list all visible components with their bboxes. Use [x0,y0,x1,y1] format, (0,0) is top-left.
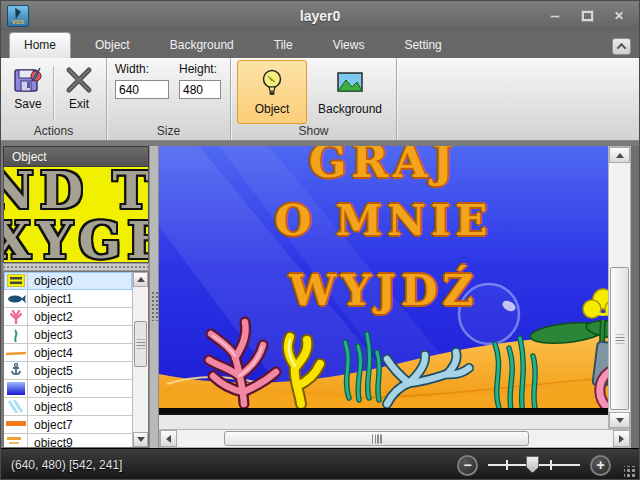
minimize-button[interactable] [547,9,563,23]
thumb-grip-icon [136,340,145,349]
window-resize-grip-icon[interactable] [624,466,636,478]
maximize-button[interactable] [579,9,595,23]
level-canvas[interactable]: GRAJ O MNIE WYJDŹ [159,146,608,413]
tab-setting[interactable]: Setting [388,33,457,58]
list-item-object5[interactable]: object5 [4,362,132,380]
ribbon-group-actions: Save Exit Actions [1,58,107,140]
object-label: object9 [28,436,73,448]
object-list-scrollbar[interactable] [132,272,148,447]
tab-background[interactable]: Background [154,33,250,58]
list-item-object4[interactable]: object4 [4,344,132,362]
list-item-object0[interactable]: object0 [4,272,132,290]
titlebar: VGS layer0 ✕ [1,1,639,31]
save-button[interactable]: Save [7,62,49,111]
app-window: VGS layer0 ✕ Home Object Background Tile… [0,0,640,480]
menu-item-o-mnie: O MNIE [159,196,608,245]
main-area: Object ND TE XYGE object0 object1 [1,141,639,448]
tab-views[interactable]: Views [317,33,381,58]
thumb-grip-icon [371,434,382,443]
list-item-object8[interactable]: object8 [4,398,132,416]
orange-band-thumbnail-icon [4,416,28,433]
zoom-slider[interactable] [488,455,580,475]
scroll-right-button[interactable] [613,430,630,447]
save-label: Save [14,97,41,111]
cursor-coordinates: (640, 480) [542, 241] [11,458,122,472]
ribbon: Save Exit Actions Width: [1,58,639,141]
minimize-icon [550,15,560,18]
seaweed-thumbnail-icon [4,326,28,343]
height-label: Height: [179,62,221,76]
pink-coral-thumbnail-icon [4,308,28,325]
menu-item-graj: GRAJ [159,146,608,187]
scroll-down-button[interactable] [133,432,148,447]
list-item-object7[interactable]: object7 [4,416,132,434]
triangle-left-icon [166,435,171,443]
list-item-object1[interactable]: object1 [4,290,132,308]
object-label: object4 [28,346,73,360]
width-field-wrap: Width: [115,62,169,99]
canvas-bottom-gap [159,413,608,429]
thumb-grip-icon [615,334,624,343]
tab-home[interactable]: Home [9,32,71,58]
ribbon-group-size: Width: Height: Size [107,58,231,140]
tab-object[interactable]: Object [79,33,146,58]
tab-tile[interactable]: Tile [258,33,309,58]
scroll-track[interactable] [177,430,613,447]
panel-splitter-grip[interactable] [3,263,149,271]
object-panel: Object ND TE XYGE object0 object1 [3,146,149,448]
panel-canvas-splitter[interactable] [149,146,159,448]
app-logo-text: VGS [8,19,28,26]
show-object-toggle[interactable]: Object [237,60,307,124]
close-button[interactable]: ✕ [611,9,627,23]
list-item-object3[interactable]: object3 [4,326,132,344]
object-label: object6 [28,382,73,396]
preview-text-line: XYGE [3,211,149,263]
anchor-thumbnail-icon [4,362,28,379]
scroll-track[interactable] [133,287,148,432]
list-item-object9[interactable]: object9 [4,434,132,447]
show-object-label: Object [255,102,290,116]
canvas-vertical-scrollbar[interactable] [608,146,631,429]
list-item-object2[interactable]: object2 [4,308,132,326]
maximize-icon [582,11,593,21]
show-background-label: Background [318,102,382,116]
light-rays-thumbnail-icon [4,398,28,415]
scroll-up-button[interactable] [133,272,148,287]
window-controls: ✕ [547,9,633,23]
scroll-track[interactable] [609,163,630,412]
orange-text-thumbnail-icon [4,434,28,447]
ribbon-empty-space [397,58,639,140]
exit-button[interactable]: Exit [58,62,100,111]
actions-group-label: Actions [1,124,106,140]
scroll-up-button[interactable] [609,147,630,163]
water-gradient-thumbnail-icon [4,380,28,397]
triangle-up-icon [616,153,624,158]
object-label: object1 [28,292,73,306]
scroll-thumb[interactable] [610,267,629,410]
divider [53,66,54,120]
slider-tick [506,460,508,470]
triangle-down-icon [137,437,145,442]
height-input[interactable] [179,80,221,99]
chevron-up-icon [617,43,627,53]
scroll-down-button[interactable] [609,412,630,428]
object-label: object2 [28,310,73,324]
object-preview-image: ND TE XYGE [3,167,149,263]
ribbon-collapse-button[interactable] [612,38,631,55]
show-group-label: Show [231,124,396,140]
scroll-left-button[interactable] [160,430,177,447]
zoom-in-button[interactable]: + [590,455,611,476]
width-input[interactable] [115,80,169,99]
object-list: object0 object1 object2 [3,271,149,448]
canvas-area: GRAJ O MNIE WYJDŹ [159,146,631,448]
width-label: Width: [115,62,169,76]
zoom-slider-thumb[interactable] [526,456,539,473]
show-background-toggle[interactable]: Background [315,60,385,124]
window-frame-right [631,146,639,448]
zoom-out-button[interactable]: − [457,455,478,476]
scroll-thumb[interactable] [134,321,147,367]
canvas-horizontal-scrollbar[interactable] [159,429,631,448]
scroll-thumb[interactable] [224,431,529,446]
list-item-object6[interactable]: object6 [4,380,132,398]
window-title: layer0 [300,8,340,24]
